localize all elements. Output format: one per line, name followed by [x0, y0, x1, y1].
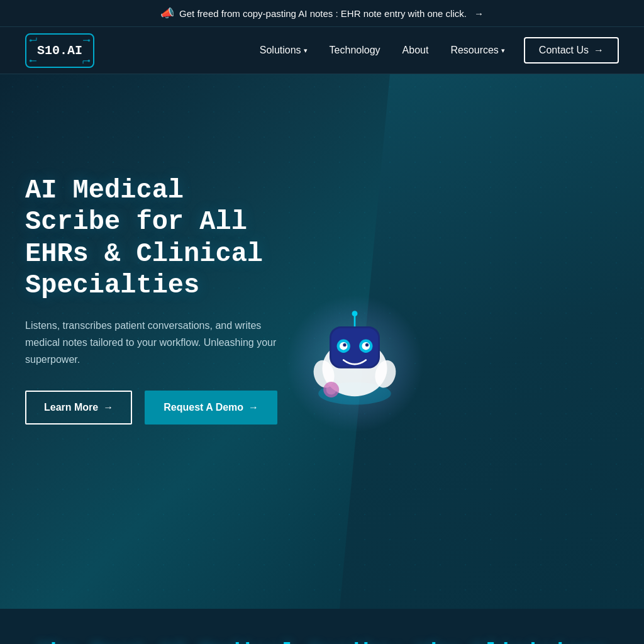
nav-item-technology[interactable]: Technology	[330, 45, 380, 56]
contact-us-button[interactable]: Contact Us →	[524, 37, 619, 64]
about-link[interactable]: About	[402, 45, 429, 56]
nav-item-resources[interactable]: Resources ▾	[450, 45, 504, 56]
svg-point-25	[326, 385, 336, 395]
hero-title: AI Medical Scribe for All EHRs & Clinica…	[25, 175, 289, 302]
logo-text: S10.AI	[37, 43, 82, 58]
svg-point-18	[343, 343, 346, 347]
announcement-arrow: →	[474, 8, 484, 19]
hero-section: AI Medical Scribe for All EHRs & Clinica…	[0, 74, 644, 609]
request-demo-button[interactable]: Request A Demo →	[145, 391, 277, 425]
robot-illustration	[286, 294, 424, 433]
learn-more-button[interactable]: Learn More →	[25, 391, 132, 425]
svg-point-7	[30, 59, 32, 62]
svg-point-6	[88, 59, 91, 62]
svg-point-19	[365, 343, 369, 347]
navigation: S10.AI Solutions ▾ Technology About Reso…	[0, 27, 644, 74]
chevron-down-icon-2: ▾	[501, 47, 505, 55]
logo[interactable]: S10.AI	[25, 33, 94, 68]
hero-description: Listens, transcribes patient conversatio…	[25, 317, 289, 369]
svg-point-5	[30, 39, 32, 42]
resources-link[interactable]: Resources ▾	[450, 45, 504, 56]
nav-item-solutions[interactable]: Solutions ▾	[260, 45, 308, 56]
nav-item-about[interactable]: About	[402, 45, 429, 56]
hero-content: AI Medical Scribe for All EHRs & Clinica…	[0, 74, 314, 450]
bottom-title: The Best AI Medical Scribe: Why Clinicia…	[25, 640, 619, 644]
contact-arrow-icon: →	[594, 45, 604, 56]
announcement-bar: 📣 Get freed from copy-pasting AI notes :…	[0, 0, 644, 27]
hero-buttons: Learn More → Request A Demo →	[25, 391, 289, 425]
bottom-section: The Best AI Medical Scribe: Why Clinicia…	[0, 609, 644, 644]
solutions-link[interactable]: Solutions ▾	[260, 45, 308, 56]
chevron-down-icon: ▾	[304, 47, 308, 55]
nav-links: Solutions ▾ Technology About Resources ▾	[260, 45, 505, 56]
demo-arrow-icon: →	[248, 402, 258, 413]
svg-point-21	[352, 311, 358, 316]
announcement-text: Get freed from copy-pasting AI notes : E…	[179, 8, 467, 19]
robot-svg	[304, 307, 405, 408]
learn-more-arrow-icon: →	[103, 402, 113, 413]
svg-point-9	[88, 39, 91, 42]
megaphone-icon: 📣	[160, 6, 174, 20]
technology-link[interactable]: Technology	[330, 45, 380, 56]
